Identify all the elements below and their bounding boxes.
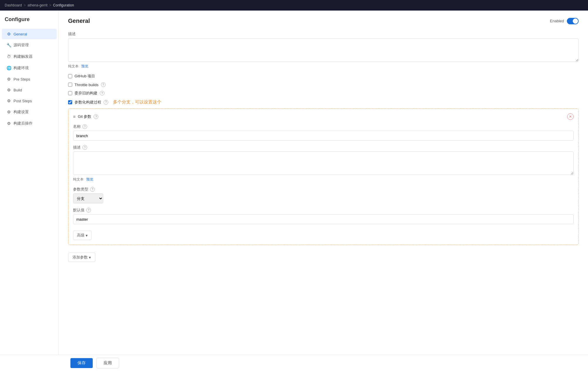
discard-old-checkbox[interactable]	[68, 91, 72, 95]
git-params-close-button[interactable]: ✕	[567, 113, 574, 120]
add-params-label: 添加参数	[72, 255, 88, 260]
build-icon: ⚙	[6, 88, 11, 92]
sidebar-item-build[interactable]: ⚙ Build	[2, 85, 57, 95]
presteps-icon: ⚙	[6, 77, 11, 81]
breadcrumb-current: Configuration	[53, 3, 74, 7]
github-project-row: GitHub 项目	[68, 74, 579, 79]
apply-button[interactable]: 应用	[96, 358, 119, 368]
git-name-label: 名称 ?	[73, 124, 574, 129]
annotation-text: 多个分支，可以设置这个	[113, 99, 161, 105]
advanced-label: 高级	[77, 233, 85, 238]
content-area: General Enabled ✓ 描述 纯文本 预览 GitHub 项目	[59, 11, 588, 371]
preview-link[interactable]: 预览	[81, 64, 88, 68]
sidebar-title: Configure	[0, 16, 58, 28]
sidebar-label-build: Build	[13, 88, 22, 92]
gear-icon: ⚙	[6, 32, 11, 36]
git-params-box: ≡ Git 参数 ? ✕ 名称 ? 描述 ?	[68, 108, 579, 245]
breadcrumb-sep-2: >	[49, 3, 51, 7]
throttle-builds-label: Throttle builds	[75, 83, 99, 87]
sidebar: Configure ⚙ General 🔧 源码管理 ⏱ 构建触发器 🌐 构建环…	[0, 11, 59, 371]
top-bar: Dashboard > athena-gerrit > Configuratio…	[0, 0, 588, 11]
add-params-row: 添加参数 ▾	[68, 250, 579, 262]
advanced-button[interactable]: 高级 ▾	[73, 231, 92, 240]
default-value-group: 默认值 ?	[73, 207, 574, 224]
sidebar-label-general: General	[13, 32, 27, 36]
description-label: 描述	[68, 31, 579, 37]
hamburger-icon: ≡	[73, 114, 75, 119]
git-name-group: 名称 ?	[73, 124, 574, 141]
breadcrumb-sep-1: >	[24, 3, 26, 7]
sidebar-label-postbuild: 构建后操作	[13, 121, 33, 126]
default-value-input[interactable]	[73, 214, 574, 224]
git-params-title-text: Git 参数	[78, 114, 91, 119]
env-icon: 🌐	[6, 66, 11, 70]
content-header: General Enabled ✓	[68, 18, 579, 24]
sidebar-label-presteps: Pre Steps	[13, 77, 30, 81]
chevron-down-icon: ▾	[86, 233, 88, 238]
param-type-select[interactable]: 分支 标签 修订号 分支或标签	[73, 193, 103, 203]
enabled-label: Enabled	[550, 19, 564, 23]
sidebar-label-source: 源码管理	[13, 42, 29, 48]
page-title: General	[68, 18, 90, 24]
sidebar-label-env: 构建环境	[13, 65, 29, 71]
discard-help-icon[interactable]: ?	[100, 91, 104, 96]
parametrize-label: 参数化构建过程	[75, 100, 101, 105]
sidebar-label-buildsettings: 构建设置	[13, 109, 29, 115]
sidebar-label-trigger: 构建触发器	[13, 54, 33, 59]
enabled-row: Enabled ✓	[550, 18, 579, 24]
git-params-title: ≡ Git 参数 ?	[73, 114, 98, 119]
add-params-chevron-icon: ▾	[89, 255, 91, 260]
description-textarea[interactable]	[68, 38, 579, 62]
discard-old-row: 委弃旧的构建 ?	[68, 91, 579, 96]
sidebar-item-env[interactable]: 🌐 构建环境	[2, 62, 57, 74]
sidebar-item-presteps[interactable]: ⚙ Pre Steps	[2, 74, 57, 84]
sidebar-item-postbuild[interactable]: ⚙ 构建后操作	[2, 118, 57, 129]
parametrize-checkbox[interactable]	[68, 100, 72, 104]
enabled-toggle[interactable]: ✓	[567, 18, 579, 24]
sidebar-item-poststeps[interactable]: ⚙ Post Steps	[2, 96, 57, 106]
git-preview-link[interactable]: 预览	[86, 177, 93, 181]
default-value-help-icon[interactable]: ?	[86, 208, 91, 212]
git-name-help-icon[interactable]: ?	[82, 124, 87, 129]
sidebar-item-buildsettings[interactable]: ⚙ 构建设置	[2, 106, 57, 118]
git-text-format-row: 纯文本 预览	[73, 177, 574, 182]
postbuild-icon: ⚙	[6, 121, 11, 126]
git-description-textarea[interactable]	[73, 152, 574, 175]
breadcrumb-project[interactable]: athena-gerrit	[28, 3, 48, 7]
github-project-checkbox[interactable]	[68, 74, 72, 78]
throttle-builds-checkbox[interactable]	[68, 83, 72, 87]
source-icon: 🔧	[6, 43, 11, 47]
discard-old-label: 委弃旧的构建	[75, 91, 97, 96]
throttle-help-icon[interactable]: ?	[101, 82, 106, 87]
git-params-header: ≡ Git 参数 ? ✕	[73, 113, 574, 120]
sidebar-item-trigger[interactable]: ⏱ 构建触发器	[2, 51, 57, 62]
sidebar-label-poststeps: Post Steps	[13, 99, 32, 103]
add-params-button[interactable]: 添加参数 ▾	[68, 253, 95, 262]
param-type-label: 参数类型 ?	[73, 187, 574, 192]
sidebar-item-general[interactable]: ⚙ General	[2, 29, 57, 39]
text-format-row: 纯文本 预览	[68, 64, 579, 69]
throttle-builds-row: Throttle builds ?	[68, 82, 579, 87]
git-plain-text-label: 纯文本	[73, 177, 84, 181]
parametrize-help-icon[interactable]: ?	[104, 100, 108, 105]
param-type-help-icon[interactable]: ?	[90, 187, 95, 192]
poststeps-icon: ⚙	[6, 98, 11, 103]
bottom-bar: 保存 应用	[0, 355, 588, 371]
plain-text-label: 纯文本	[68, 64, 79, 68]
git-name-input[interactable]	[73, 131, 574, 141]
default-value-label: 默认值 ?	[73, 207, 574, 213]
breadcrumb-dashboard[interactable]: Dashboard	[5, 3, 22, 7]
github-project-label: GitHub 项目	[75, 74, 95, 79]
trigger-icon: ⏱	[6, 54, 11, 59]
param-type-group: 参数类型 ? 分支 标签 修订号 分支或标签	[73, 187, 574, 203]
git-params-help-icon[interactable]: ?	[94, 114, 98, 119]
sidebar-item-source[interactable]: 🔧 源码管理	[2, 40, 57, 51]
buildsettings-icon: ⚙	[6, 110, 11, 114]
parametrize-row: 参数化构建过程 ? 多个分支，可以设置这个	[68, 99, 579, 105]
git-description-group: 描述 ? 纯文本 预览	[73, 145, 574, 182]
description-group: 描述 纯文本 预览	[68, 31, 579, 69]
main-layout: Configure ⚙ General 🔧 源码管理 ⏱ 构建触发器 🌐 构建环…	[0, 11, 588, 371]
git-description-label: 描述 ?	[73, 145, 574, 150]
git-description-help-icon[interactable]: ?	[82, 145, 87, 150]
save-button[interactable]: 保存	[70, 358, 93, 368]
